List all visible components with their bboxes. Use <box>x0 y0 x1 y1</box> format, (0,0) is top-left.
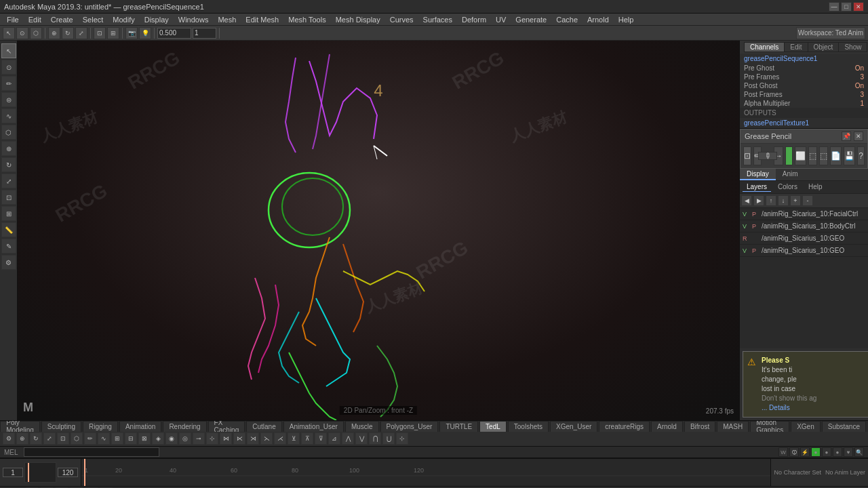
gp-file-tool[interactable]: 📄 <box>830 146 842 165</box>
status-icon-4[interactable]: ● <box>811 447 821 457</box>
btab-rigging[interactable]: Rigging <box>83 421 118 432</box>
shelf-btn-10[interactable]: ⊠ <box>138 432 151 445</box>
tab-show[interactable]: Show <box>839 43 867 52</box>
tab-edit[interactable]: Edit <box>785 43 807 52</box>
tb-arrow[interactable]: ↖ <box>3 27 15 39</box>
gp-stamp2-tool[interactable]: ⬚ <box>819 146 828 165</box>
shelf-btn-23[interactable]: ⊽ <box>315 432 327 445</box>
layer-subtab-colors[interactable]: Colors <box>774 182 802 192</box>
layer-item-0[interactable]: V P /animRig_Sicarius_10:FacialCtrl <box>740 208 868 220</box>
layer-item-3[interactable]: V P /animRig_Sicarius_10:GEO <box>740 245 868 257</box>
shelf-btn-28[interactable]: ⋃ <box>382 432 395 445</box>
shelf-btn-22[interactable]: ⊼ <box>301 432 313 445</box>
shelf-btn-5[interactable]: ⬡ <box>71 432 83 445</box>
menu-item-surfaces[interactable]: Surfaces <box>419 15 456 24</box>
menu-item-edit mesh[interactable]: Edit Mesh <box>241 15 283 24</box>
tb-grid[interactable]: ⊞ <box>107 27 119 39</box>
btab-cutlane[interactable]: Cutlane <box>246 421 281 432</box>
shelf-btn-13[interactable]: ◎ <box>179 432 191 445</box>
shelf-btn-27[interactable]: ⋂ <box>369 432 381 445</box>
status-icon-5[interactable]: ● <box>822 447 831 457</box>
viewport[interactable]: RRCG RRCG RRCG RRCG 人人素材 人人素材 人人素材 4 <box>18 41 739 420</box>
btab-arnold[interactable]: Arnold <box>651 421 683 432</box>
btab-motiongfx[interactable]: Motion Graphics <box>750 421 789 432</box>
tb-rotate[interactable]: ↻ <box>62 27 74 39</box>
btab-polyuser[interactable]: Polygons_User <box>380 421 439 432</box>
notif-dismiss[interactable]: Don't show this ag <box>762 394 816 403</box>
gp-stamp1-tool[interactable]: ⬚ <box>808 146 817 165</box>
layer-tab-anim[interactable]: Anim <box>776 169 805 180</box>
gp-export-tool[interactable]: 💾 <box>844 146 855 165</box>
tb-snap[interactable]: ⊡ <box>94 27 106 39</box>
btab-tedl[interactable]: TedL <box>479 421 507 432</box>
shelf-btn-1[interactable]: ⊕ <box>16 432 28 445</box>
menu-item-generate[interactable]: Generate <box>511 15 551 24</box>
btab-rendering[interactable]: Rendering <box>163 421 206 432</box>
tab-channels[interactable]: Channels <box>745 43 784 52</box>
btab-mash[interactable]: MASH <box>717 421 749 432</box>
btab-xgenuser[interactable]: XGen_User <box>550 421 597 432</box>
shelf-btn-18[interactable]: ⋊ <box>247 432 259 445</box>
tb-move[interactable]: ⊕ <box>48 27 60 39</box>
tb-select[interactable]: ⬡ <box>30 27 42 39</box>
shelf-btn-26[interactable]: ⋁ <box>355 432 368 445</box>
shelf-btn-11[interactable]: ◈ <box>152 432 164 445</box>
timeline-scrubber[interactable] <box>24 462 56 483</box>
lt-down-btn[interactable]: ↓ <box>778 195 789 206</box>
shelf-btn-12[interactable]: ◉ <box>165 432 178 445</box>
shelf-btn-17[interactable]: ⋉ <box>233 432 245 445</box>
window-controls[interactable]: — □ ✕ <box>829 2 864 12</box>
btab-creatrerigs[interactable]: creatureRigs <box>599 421 650 432</box>
timeline-end-input[interactable] <box>58 468 78 477</box>
lt-curve-btn[interactable]: ∿ <box>1 108 16 123</box>
menu-item-file[interactable]: File <box>3 15 23 24</box>
layer-subtab-help[interactable]: Help <box>804 182 827 192</box>
lt-rotate-btn[interactable]: ↻ <box>1 157 16 172</box>
menu-item-arnold[interactable]: Arnold <box>583 15 613 24</box>
shelf-btn-9[interactable]: ⊟ <box>125 432 137 445</box>
menu-item-mesh[interactable]: Mesh <box>214 15 240 24</box>
shelf-btn-19[interactable]: ⋋ <box>260 432 273 445</box>
status-icon-6[interactable]: ● <box>833 447 842 457</box>
timeline-track[interactable]: 1 20 40 60 80 100 120 <box>81 459 770 486</box>
gp-panel-close[interactable]: ✕ <box>854 131 863 141</box>
lt-lasso-btn[interactable]: ⊙ <box>1 60 16 75</box>
maximize-button[interactable]: □ <box>841 2 852 12</box>
layer-item-1[interactable]: V P /animRig_Sicarius_10:BodyCtrl <box>740 220 868 232</box>
layer-item-2[interactable]: R /animRig_Sicarius_10:GEO <box>740 232 868 245</box>
gp-paint-tool[interactable]: ✏ <box>758 152 777 160</box>
gp-color-swatch[interactable] <box>785 146 793 165</box>
menu-item-modify[interactable]: Modify <box>108 15 138 24</box>
lt-next-btn[interactable]: ▶ <box>753 195 764 206</box>
lt-measure-btn[interactable]: 📏 <box>1 222 16 237</box>
lt-annot-btn[interactable]: ✎ <box>1 239 16 253</box>
layer-subtab-layers[interactable]: Layers <box>743 182 771 192</box>
lt-add-btn[interactable]: + <box>790 195 801 206</box>
status-icon-2[interactable]: ⏼ <box>789 447 799 457</box>
value1-input[interactable] <box>157 28 191 39</box>
shelf-btn-2[interactable]: ↻ <box>30 432 42 445</box>
shelf-btn-25[interactable]: ⋀ <box>342 432 354 445</box>
menu-item-curves[interactable]: Curves <box>386 15 418 24</box>
shelf-btn-3[interactable]: ⤢ <box>43 432 56 445</box>
shelf-btn-6[interactable]: ✏ <box>84 432 96 445</box>
btab-bifrost[interactable]: Bifrost <box>684 421 715 432</box>
minimize-button[interactable]: — <box>829 2 840 12</box>
shelf-btn-7[interactable]: ∿ <box>98 432 110 445</box>
shelf-btn-24[interactable]: ⊿ <box>328 432 340 445</box>
status-icon-7[interactable]: ♥ <box>844 447 853 457</box>
status-icon-3[interactable]: ⚡ <box>800 447 810 457</box>
timeline-start-input[interactable] <box>3 468 23 477</box>
menu-item-windows[interactable]: Windows <box>174 15 213 24</box>
lt-scale-btn[interactable]: ⤢ <box>1 174 16 188</box>
btab-toolshets[interactable]: Toolshets <box>508 421 549 432</box>
value2-input[interactable] <box>193 28 216 39</box>
shelf-btn-20[interactable]: ⋌ <box>274 432 286 445</box>
tb-scale[interactable]: ⤢ <box>75 27 87 39</box>
shelf-btn-15[interactable]: ⊹ <box>206 432 218 445</box>
lt-move-btn[interactable]: ⊕ <box>1 141 16 156</box>
notif-details[interactable]: ... Details <box>762 403 816 413</box>
menu-item-edit[interactable]: Edit <box>24 15 45 24</box>
btab-muscle[interactable]: Muscle <box>345 421 379 432</box>
gp-panel-pin[interactable]: 📌 <box>842 131 851 141</box>
